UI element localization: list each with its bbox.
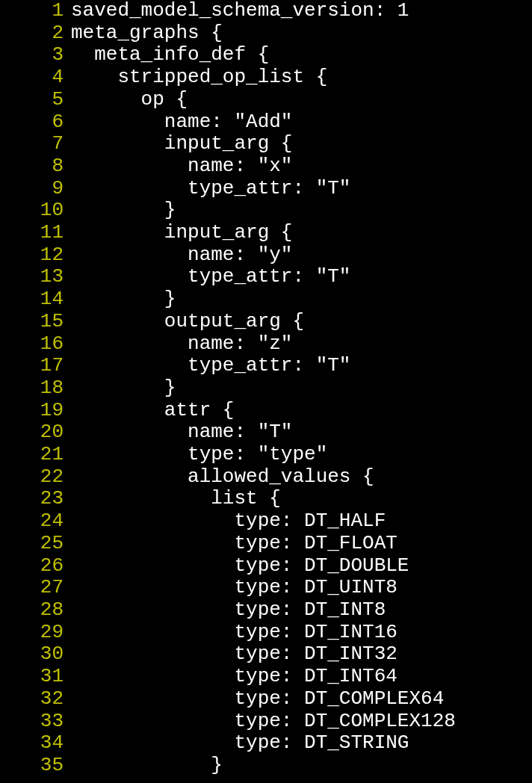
code-text[interactable]: type: DT_DOUBLE bbox=[71, 555, 409, 578]
line-number: 25 bbox=[0, 533, 71, 555]
line-number: 32 bbox=[0, 688, 71, 711]
code-text[interactable]: saved_model_schema_version: 1 bbox=[71, 0, 409, 22]
code-line[interactable]: 18 } bbox=[0, 377, 532, 400]
code-text[interactable]: input_arg { bbox=[71, 133, 292, 155]
line-number: 33 bbox=[0, 711, 71, 733]
code-text[interactable]: op { bbox=[71, 89, 188, 111]
code-text[interactable]: type: DT_COMPLEX64 bbox=[71, 688, 444, 711]
code-line[interactable]: 32 type: DT_COMPLEX64 bbox=[0, 688, 532, 711]
code-text[interactable]: type: DT_INT64 bbox=[71, 666, 398, 688]
line-number: 3 bbox=[0, 44, 71, 66]
code-line[interactable]: 27 type: DT_UINT8 bbox=[0, 577, 532, 599]
code-line[interactable]: 23 list { bbox=[0, 488, 532, 510]
code-line[interactable]: 31 type: DT_INT64 bbox=[0, 666, 532, 688]
code-line[interactable]: 21 type: "type" bbox=[0, 444, 532, 466]
code-text[interactable]: } bbox=[71, 377, 176, 400]
line-number: 27 bbox=[0, 577, 71, 599]
code-text[interactable]: type: DT_STRING bbox=[71, 732, 409, 755]
line-number: 7 bbox=[0, 133, 71, 155]
code-text[interactable]: type: DT_COMPLEX128 bbox=[71, 711, 456, 733]
code-line[interactable]: 12 name: "y" bbox=[0, 244, 532, 267]
line-number: 6 bbox=[0, 111, 71, 134]
code-line[interactable]: 34 type: DT_STRING bbox=[0, 732, 532, 755]
code-line[interactable]: 1saved_model_schema_version: 1 bbox=[0, 0, 532, 22]
line-number: 22 bbox=[0, 466, 71, 489]
line-number: 26 bbox=[0, 555, 71, 578]
line-number: 8 bbox=[0, 155, 71, 178]
line-number: 23 bbox=[0, 488, 71, 510]
line-number: 2 bbox=[0, 22, 71, 45]
code-line[interactable]: 14 } bbox=[0, 288, 532, 311]
code-line[interactable]: 3 meta_info_def { bbox=[0, 44, 532, 66]
code-line[interactable]: 24 type: DT_HALF bbox=[0, 510, 532, 533]
code-text[interactable]: type_attr: "T" bbox=[71, 266, 350, 288]
code-line[interactable]: 11 input_arg { bbox=[0, 222, 532, 244]
code-line[interactable]: 28 type: DT_INT8 bbox=[0, 599, 532, 622]
code-line[interactable]: 10 } bbox=[0, 199, 532, 222]
line-number: 34 bbox=[0, 732, 71, 755]
code-text[interactable]: name: "Add" bbox=[71, 111, 292, 134]
code-line[interactable]: 30 type: DT_INT32 bbox=[0, 643, 532, 666]
line-number: 31 bbox=[0, 666, 71, 688]
code-line[interactable]: 19 attr { bbox=[0, 400, 532, 422]
code-text[interactable]: input_arg { bbox=[71, 222, 292, 244]
code-text[interactable]: } bbox=[71, 755, 223, 777]
code-text[interactable]: } bbox=[71, 288, 176, 311]
code-text[interactable]: type: DT_UINT8 bbox=[71, 577, 398, 599]
code-line[interactable]: 16 name: "z" bbox=[0, 333, 532, 356]
line-number: 30 bbox=[0, 643, 71, 666]
line-number: 9 bbox=[0, 178, 71, 200]
line-number: 20 bbox=[0, 421, 71, 444]
code-text[interactable]: type: DT_FLOAT bbox=[71, 533, 398, 555]
code-line[interactable]: 15 output_arg { bbox=[0, 311, 532, 333]
code-text[interactable]: } bbox=[71, 199, 176, 222]
code-text[interactable]: attr { bbox=[71, 400, 234, 422]
code-line[interactable]: 20 name: "T" bbox=[0, 421, 532, 444]
code-text[interactable]: name: "y" bbox=[71, 244, 292, 267]
code-line[interactable]: 29 type: DT_INT16 bbox=[0, 622, 532, 644]
code-line[interactable]: 8 name: "x" bbox=[0, 155, 532, 178]
code-text[interactable]: type: DT_HALF bbox=[71, 510, 386, 533]
code-text[interactable]: allowed_values { bbox=[71, 466, 374, 489]
line-number: 19 bbox=[0, 400, 71, 422]
code-line[interactable]: 22 allowed_values { bbox=[0, 466, 532, 489]
line-number: 13 bbox=[0, 266, 71, 288]
code-line[interactable]: 5 op { bbox=[0, 89, 532, 111]
line-number: 10 bbox=[0, 199, 71, 222]
line-number: 1 bbox=[0, 0, 71, 22]
line-number: 11 bbox=[0, 222, 71, 244]
code-line[interactable]: 35 } bbox=[0, 755, 532, 777]
code-text[interactable]: meta_graphs { bbox=[71, 22, 223, 45]
code-line[interactable]: 2meta_graphs { bbox=[0, 22, 532, 45]
code-text[interactable]: type_attr: "T" bbox=[71, 355, 350, 377]
code-text[interactable]: type_attr: "T" bbox=[71, 178, 350, 200]
code-line[interactable]: 25 type: DT_FLOAT bbox=[0, 533, 532, 555]
code-line[interactable]: 7 input_arg { bbox=[0, 133, 532, 155]
line-number: 16 bbox=[0, 333, 71, 356]
code-line[interactable]: 26 type: DT_DOUBLE bbox=[0, 555, 532, 578]
code-line[interactable]: 13 type_attr: "T" bbox=[0, 266, 532, 288]
line-number: 35 bbox=[0, 755, 71, 777]
code-line[interactable]: 6 name: "Add" bbox=[0, 111, 532, 134]
code-text[interactable]: list { bbox=[71, 488, 281, 510]
code-line[interactable]: 9 type_attr: "T" bbox=[0, 178, 532, 200]
code-text[interactable]: meta_info_def { bbox=[71, 44, 269, 66]
code-text[interactable]: type: DT_INT8 bbox=[71, 599, 386, 622]
line-number: 14 bbox=[0, 288, 71, 311]
code-line[interactable]: 33 type: DT_COMPLEX128 bbox=[0, 711, 532, 733]
line-number: 21 bbox=[0, 444, 71, 466]
code-text[interactable]: name: "T" bbox=[71, 421, 292, 444]
code-text[interactable]: type: DT_INT32 bbox=[71, 643, 398, 666]
code-text[interactable]: stripped_op_list { bbox=[71, 66, 327, 89]
code-line[interactable]: 17 type_attr: "T" bbox=[0, 355, 532, 377]
code-text[interactable]: type: "type" bbox=[71, 444, 327, 466]
code-text[interactable]: name: "z" bbox=[71, 333, 292, 356]
code-text[interactable]: name: "x" bbox=[71, 155, 292, 178]
line-number: 4 bbox=[0, 66, 71, 89]
line-number: 5 bbox=[0, 89, 71, 111]
code-text[interactable]: output_arg { bbox=[71, 311, 304, 333]
code-line[interactable]: 4 stripped_op_list { bbox=[0, 66, 532, 89]
code-editor[interactable]: 1saved_model_schema_version: 12meta_grap… bbox=[0, 0, 532, 777]
code-text[interactable]: type: DT_INT16 bbox=[71, 622, 398, 644]
line-number: 24 bbox=[0, 510, 71, 533]
